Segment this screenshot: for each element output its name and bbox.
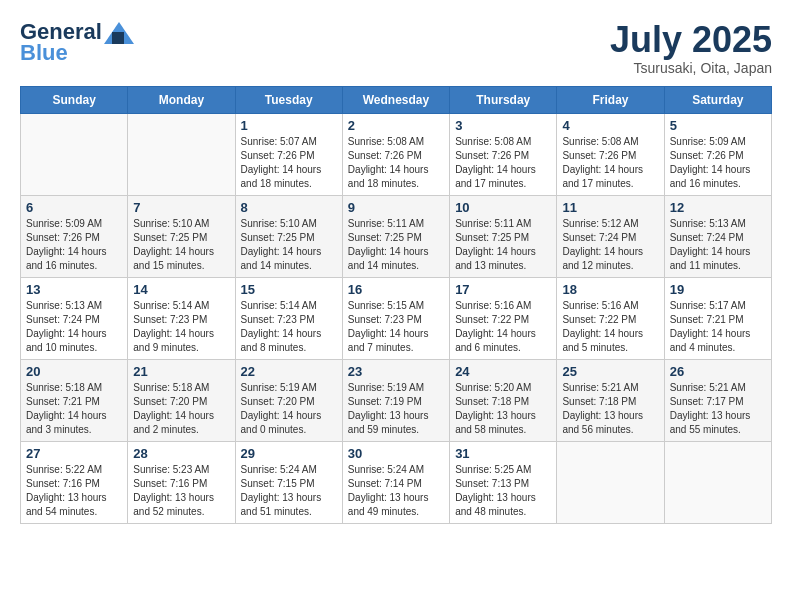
calendar-day-cell: 10Sunrise: 5:11 AM Sunset: 7:25 PM Dayli… — [450, 195, 557, 277]
logo-icon — [104, 22, 134, 44]
calendar-day-cell: 4Sunrise: 5:08 AM Sunset: 7:26 PM Daylig… — [557, 113, 664, 195]
month-title: July 2025 — [610, 20, 772, 60]
day-number: 7 — [133, 200, 229, 215]
calendar-day-cell: 23Sunrise: 5:19 AM Sunset: 7:19 PM Dayli… — [342, 359, 449, 441]
calendar-day-cell: 12Sunrise: 5:13 AM Sunset: 7:24 PM Dayli… — [664, 195, 771, 277]
calendar-day-cell — [664, 441, 771, 523]
day-number: 9 — [348, 200, 444, 215]
day-info: Sunrise: 5:08 AM Sunset: 7:26 PM Dayligh… — [562, 135, 658, 191]
day-info: Sunrise: 5:13 AM Sunset: 7:24 PM Dayligh… — [26, 299, 122, 355]
calendar-day-cell: 7Sunrise: 5:10 AM Sunset: 7:25 PM Daylig… — [128, 195, 235, 277]
day-info: Sunrise: 5:25 AM Sunset: 7:13 PM Dayligh… — [455, 463, 551, 519]
calendar-week-row: 6Sunrise: 5:09 AM Sunset: 7:26 PM Daylig… — [21, 195, 772, 277]
day-number: 21 — [133, 364, 229, 379]
day-number: 11 — [562, 200, 658, 215]
calendar-day-cell: 13Sunrise: 5:13 AM Sunset: 7:24 PM Dayli… — [21, 277, 128, 359]
day-info: Sunrise: 5:07 AM Sunset: 7:26 PM Dayligh… — [241, 135, 337, 191]
day-number: 24 — [455, 364, 551, 379]
location: Tsurusaki, Oita, Japan — [610, 60, 772, 76]
calendar-day-cell: 21Sunrise: 5:18 AM Sunset: 7:20 PM Dayli… — [128, 359, 235, 441]
day-number: 28 — [133, 446, 229, 461]
weekday-header: Monday — [128, 86, 235, 113]
logo: General Blue — [20, 20, 134, 66]
day-number: 6 — [26, 200, 122, 215]
calendar-day-cell: 18Sunrise: 5:16 AM Sunset: 7:22 PM Dayli… — [557, 277, 664, 359]
calendar-day-cell: 8Sunrise: 5:10 AM Sunset: 7:25 PM Daylig… — [235, 195, 342, 277]
day-info: Sunrise: 5:12 AM Sunset: 7:24 PM Dayligh… — [562, 217, 658, 273]
day-info: Sunrise: 5:10 AM Sunset: 7:25 PM Dayligh… — [133, 217, 229, 273]
day-info: Sunrise: 5:13 AM Sunset: 7:24 PM Dayligh… — [670, 217, 766, 273]
day-number: 10 — [455, 200, 551, 215]
calendar-day-cell: 26Sunrise: 5:21 AM Sunset: 7:17 PM Dayli… — [664, 359, 771, 441]
day-info: Sunrise: 5:22 AM Sunset: 7:16 PM Dayligh… — [26, 463, 122, 519]
day-info: Sunrise: 5:11 AM Sunset: 7:25 PM Dayligh… — [455, 217, 551, 273]
calendar-day-cell: 30Sunrise: 5:24 AM Sunset: 7:14 PM Dayli… — [342, 441, 449, 523]
day-number: 1 — [241, 118, 337, 133]
day-info: Sunrise: 5:24 AM Sunset: 7:15 PM Dayligh… — [241, 463, 337, 519]
calendar-day-cell: 3Sunrise: 5:08 AM Sunset: 7:26 PM Daylig… — [450, 113, 557, 195]
day-number: 12 — [670, 200, 766, 215]
calendar-day-cell: 14Sunrise: 5:14 AM Sunset: 7:23 PM Dayli… — [128, 277, 235, 359]
day-info: Sunrise: 5:19 AM Sunset: 7:19 PM Dayligh… — [348, 381, 444, 437]
day-info: Sunrise: 5:10 AM Sunset: 7:25 PM Dayligh… — [241, 217, 337, 273]
day-number: 17 — [455, 282, 551, 297]
calendar-day-cell: 17Sunrise: 5:16 AM Sunset: 7:22 PM Dayli… — [450, 277, 557, 359]
calendar-header-row: SundayMondayTuesdayWednesdayThursdayFrid… — [21, 86, 772, 113]
calendar-day-cell: 24Sunrise: 5:20 AM Sunset: 7:18 PM Dayli… — [450, 359, 557, 441]
day-info: Sunrise: 5:16 AM Sunset: 7:22 PM Dayligh… — [455, 299, 551, 355]
calendar-day-cell: 6Sunrise: 5:09 AM Sunset: 7:26 PM Daylig… — [21, 195, 128, 277]
day-info: Sunrise: 5:08 AM Sunset: 7:26 PM Dayligh… — [455, 135, 551, 191]
calendar-day-cell: 29Sunrise: 5:24 AM Sunset: 7:15 PM Dayli… — [235, 441, 342, 523]
day-info: Sunrise: 5:24 AM Sunset: 7:14 PM Dayligh… — [348, 463, 444, 519]
day-number: 13 — [26, 282, 122, 297]
day-info: Sunrise: 5:08 AM Sunset: 7:26 PM Dayligh… — [348, 135, 444, 191]
day-number: 5 — [670, 118, 766, 133]
day-info: Sunrise: 5:21 AM Sunset: 7:18 PM Dayligh… — [562, 381, 658, 437]
day-number: 26 — [670, 364, 766, 379]
weekday-header: Wednesday — [342, 86, 449, 113]
day-info: Sunrise: 5:16 AM Sunset: 7:22 PM Dayligh… — [562, 299, 658, 355]
day-number: 22 — [241, 364, 337, 379]
svg-marker-1 — [112, 32, 124, 44]
calendar-day-cell: 1Sunrise: 5:07 AM Sunset: 7:26 PM Daylig… — [235, 113, 342, 195]
calendar-week-row: 13Sunrise: 5:13 AM Sunset: 7:24 PM Dayli… — [21, 277, 772, 359]
day-number: 15 — [241, 282, 337, 297]
day-number: 27 — [26, 446, 122, 461]
day-info: Sunrise: 5:09 AM Sunset: 7:26 PM Dayligh… — [670, 135, 766, 191]
calendar-day-cell: 19Sunrise: 5:17 AM Sunset: 7:21 PM Dayli… — [664, 277, 771, 359]
calendar-day-cell — [128, 113, 235, 195]
day-info: Sunrise: 5:09 AM Sunset: 7:26 PM Dayligh… — [26, 217, 122, 273]
calendar-day-cell: 15Sunrise: 5:14 AM Sunset: 7:23 PM Dayli… — [235, 277, 342, 359]
day-number: 25 — [562, 364, 658, 379]
day-number: 18 — [562, 282, 658, 297]
day-number: 16 — [348, 282, 444, 297]
day-number: 29 — [241, 446, 337, 461]
day-number: 31 — [455, 446, 551, 461]
day-info: Sunrise: 5:18 AM Sunset: 7:21 PM Dayligh… — [26, 381, 122, 437]
day-number: 2 — [348, 118, 444, 133]
day-info: Sunrise: 5:11 AM Sunset: 7:25 PM Dayligh… — [348, 217, 444, 273]
calendar-day-cell: 31Sunrise: 5:25 AM Sunset: 7:13 PM Dayli… — [450, 441, 557, 523]
weekday-header: Friday — [557, 86, 664, 113]
day-info: Sunrise: 5:23 AM Sunset: 7:16 PM Dayligh… — [133, 463, 229, 519]
day-number: 20 — [26, 364, 122, 379]
day-number: 23 — [348, 364, 444, 379]
calendar-day-cell: 9Sunrise: 5:11 AM Sunset: 7:25 PM Daylig… — [342, 195, 449, 277]
day-info: Sunrise: 5:14 AM Sunset: 7:23 PM Dayligh… — [133, 299, 229, 355]
day-number: 30 — [348, 446, 444, 461]
day-info: Sunrise: 5:21 AM Sunset: 7:17 PM Dayligh… — [670, 381, 766, 437]
weekday-header: Sunday — [21, 86, 128, 113]
page-header: General Blue July 2025 Tsurusaki, Oita, … — [20, 20, 772, 76]
weekday-header: Saturday — [664, 86, 771, 113]
day-number: 3 — [455, 118, 551, 133]
calendar-day-cell: 28Sunrise: 5:23 AM Sunset: 7:16 PM Dayli… — [128, 441, 235, 523]
calendar-day-cell: 20Sunrise: 5:18 AM Sunset: 7:21 PM Dayli… — [21, 359, 128, 441]
day-info: Sunrise: 5:14 AM Sunset: 7:23 PM Dayligh… — [241, 299, 337, 355]
day-number: 19 — [670, 282, 766, 297]
calendar-week-row: 1Sunrise: 5:07 AM Sunset: 7:26 PM Daylig… — [21, 113, 772, 195]
calendar-day-cell: 25Sunrise: 5:21 AM Sunset: 7:18 PM Dayli… — [557, 359, 664, 441]
calendar-day-cell: 11Sunrise: 5:12 AM Sunset: 7:24 PM Dayli… — [557, 195, 664, 277]
calendar-day-cell: 27Sunrise: 5:22 AM Sunset: 7:16 PM Dayli… — [21, 441, 128, 523]
day-info: Sunrise: 5:18 AM Sunset: 7:20 PM Dayligh… — [133, 381, 229, 437]
calendar-week-row: 27Sunrise: 5:22 AM Sunset: 7:16 PM Dayli… — [21, 441, 772, 523]
